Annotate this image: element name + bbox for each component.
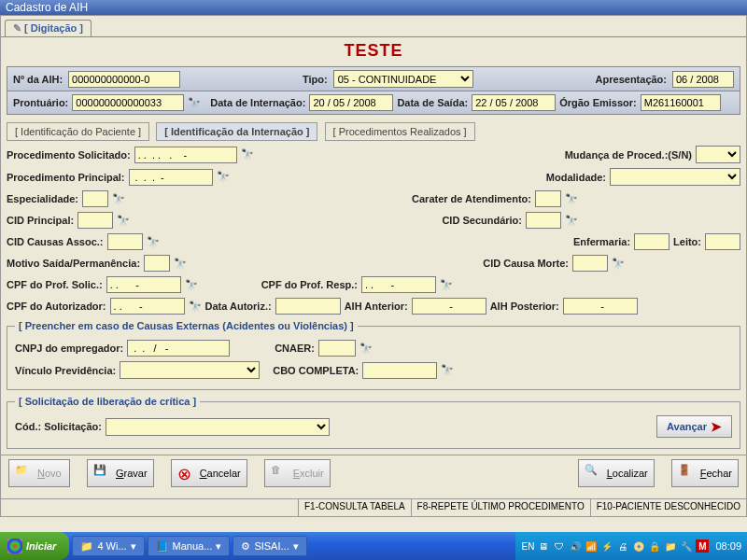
tray-icon[interactable]: 📁 — [664, 539, 677, 553]
binoculars-icon[interactable]: 🔭 — [359, 343, 373, 355]
gravar-button[interactable]: 💾Gravar — [87, 459, 154, 487]
apresentacao-field[interactable] — [672, 71, 734, 88]
especialidade-label: Especialidade: — [7, 193, 78, 204]
avancar-button[interactable]: Avançar➤ — [656, 415, 732, 438]
cpf-solic-field[interactable] — [106, 276, 181, 293]
cnpj-field[interactable] — [127, 340, 230, 357]
binoculars-icon[interactable]: 🔭 — [117, 215, 130, 227]
tab-identificacao-paciente[interactable]: [ Identificação do Paciente ] — [7, 122, 149, 141]
task-item-3[interactable]: ⚙SISAI...▾ — [233, 536, 306, 556]
binoculars-icon[interactable]: 🔭 — [174, 258, 187, 270]
binoculars-icon[interactable]: 🔭 — [112, 193, 125, 205]
excluir-button[interactable]: 🗑Excluir — [264, 459, 331, 487]
cid-causas-assoc-label: CID Causas Assoc.: — [7, 236, 104, 247]
motivo-label: Motivo Saída/Permanência: — [7, 258, 140, 269]
lang-indicator[interactable]: EN — [521, 539, 534, 553]
clock: 08:09 — [715, 540, 741, 552]
tab-identificacao-internacao[interactable]: [ Identificação da Internação ] — [156, 122, 317, 141]
binoculars-icon[interactable]: 🔭 — [565, 193, 578, 205]
proc-solicitado-label: Procedimento Solicitado: — [7, 149, 131, 161]
motivo-field[interactable] — [144, 255, 170, 272]
data-saida-field[interactable] — [472, 94, 556, 111]
binoculars-icon[interactable]: 🔭 — [441, 364, 454, 376]
cbo-field[interactable] — [362, 362, 437, 379]
emissor-field[interactable] — [641, 94, 721, 111]
word-icon: 📘 — [156, 540, 169, 553]
data-internacao-field[interactable] — [309, 94, 393, 111]
cod-solicitacao-label: Cód.: Solicitação: — [15, 421, 102, 432]
start-button[interactable]: Iniciar — [0, 532, 69, 560]
tray-icon[interactable]: 🔒 — [648, 539, 661, 553]
task-item-1[interactable]: 📁4 Wi...▾ — [72, 536, 144, 556]
binoculars-icon[interactable]: 🔭 — [440, 279, 453, 291]
system-tray: EN 🖥 🛡 🔊 📶 ⚡ 🖨 📀 🔒 📁 🔧 M 08:09 — [515, 532, 747, 560]
cpf-resp-field[interactable] — [361, 276, 436, 293]
binoculars-icon[interactable]: 🔭 — [217, 171, 230, 183]
modalidade-select[interactable] — [610, 168, 740, 186]
tray-icon[interactable]: 🖥 — [537, 539, 550, 553]
mudanca-proced-label: Mudança de Proced.:(S/N) — [565, 149, 692, 161]
cod-solicitacao-select[interactable] — [106, 418, 330, 436]
toolbar: 📁NNovoovo 💾Gravar ⊗Cancelar 🗑Excluir 🔍Lo… — [1, 455, 746, 491]
cid-secundario-field[interactable] — [526, 212, 561, 229]
tipo-select[interactable]: 05 - CONTINUIDADE — [333, 70, 473, 88]
mudanca-proced-select[interactable] — [696, 146, 740, 163]
novo-button[interactable]: 📁NNovoovo — [8, 459, 70, 487]
prontuario-label: Prontuário: — [13, 97, 68, 108]
tray-icon[interactable]: ⚡ — [600, 539, 613, 553]
tray-icon[interactable]: 📶 — [585, 539, 598, 553]
status-f8: F8-REPETE ÚLTIMO PROCEDIMENTO — [411, 499, 590, 516]
cid-morte-field[interactable] — [572, 255, 608, 272]
binoculars-icon[interactable]: 🔭 — [189, 301, 202, 313]
cbo-label: CBO COMPLETA: — [273, 365, 359, 376]
localizar-button[interactable]: 🔍Localizar — [578, 459, 655, 487]
tray-icon[interactable]: 🛡 — [553, 539, 566, 553]
status-f10: F10-PACIENTE DESCONHECIDO — [590, 499, 746, 516]
leito-field[interactable] — [705, 233, 740, 250]
cid-causas-assoc-field[interactable] — [107, 233, 143, 250]
search-icon: 🔍 — [585, 464, 603, 483]
fechar-button[interactable]: 🚪Fechar — [671, 459, 739, 487]
binoculars-icon[interactable]: 🔭 — [185, 279, 198, 291]
cpf-resp-label: CPF do Prof. Resp.: — [261, 279, 358, 290]
enfermaria-label: Enfermaria: — [573, 236, 630, 247]
proc-principal-field[interactable] — [129, 169, 213, 186]
heading-test: TESTE — [7, 41, 740, 61]
proc-principal-label: Procedimento Principal: — [7, 172, 125, 183]
especialidade-field[interactable] — [82, 190, 108, 207]
carater-field[interactable] — [535, 190, 561, 207]
folder-icon: 📁 — [80, 540, 93, 553]
cid-morte-label: CID Causa Morte: — [483, 258, 569, 269]
proc-solicitado-field[interactable] — [134, 147, 237, 163]
binoculars-icon[interactable]: 🔭 — [241, 148, 254, 161]
tab-procedimentos-realizados[interactable]: [ Procedimentos Realizados ] — [325, 122, 475, 141]
tray-icon[interactable]: 🔧 — [680, 539, 693, 553]
tray-icon[interactable]: 🖨 — [616, 539, 629, 553]
cid-principal-field[interactable] — [78, 212, 113, 229]
cpf-autorizador-label: CPF do Autorizador: — [7, 301, 106, 312]
aih-anterior-field[interactable] — [412, 298, 486, 315]
data-internacao-label: Data de Internação: — [210, 97, 305, 108]
tray-icon[interactable]: 🔊 — [569, 539, 582, 553]
apresentacao-label: Apresentação: — [596, 74, 667, 85]
aih-posterior-field[interactable] — [563, 298, 638, 315]
prontuario-field[interactable] — [72, 94, 184, 111]
tray-icon[interactable]: 📀 — [632, 539, 645, 553]
task-item-2[interactable]: 📘Manua...▾ — [148, 536, 231, 556]
cancelar-button[interactable]: ⊗Cancelar — [171, 459, 247, 487]
aih-posterior-label: AIH Posterior: — [490, 301, 559, 312]
binoculars-icon[interactable]: 🔭 — [565, 215, 578, 227]
carater-label: Carater de Atendimento: — [412, 193, 531, 204]
vinculo-select[interactable] — [120, 361, 260, 379]
binoculars-icon[interactable]: 🔭 — [612, 258, 625, 270]
naih-field[interactable] — [68, 71, 180, 88]
binoculars-icon[interactable]: 🔭 — [147, 236, 160, 248]
binoculars-icon[interactable]: 🔭 — [188, 97, 201, 109]
data-autoriz-field[interactable] — [275, 298, 341, 315]
cnaer-field[interactable] — [318, 340, 356, 357]
vinculo-label: Vínculo Previdência: — [15, 365, 116, 376]
tray-icon[interactable]: M — [696, 539, 709, 553]
tab-digitacao[interactable]: [ Digitação ] — [5, 20, 92, 36]
cpf-autorizador-field[interactable] — [110, 298, 185, 315]
enfermaria-field[interactable] — [634, 233, 669, 250]
